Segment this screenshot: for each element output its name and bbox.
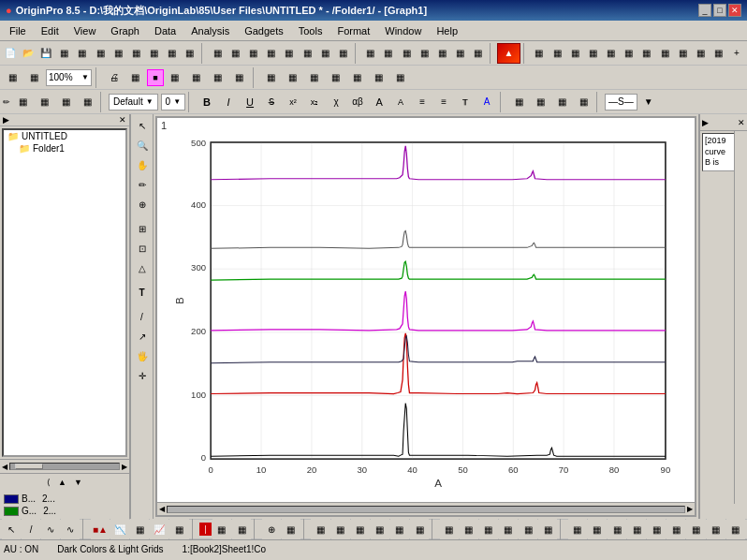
fmt-btn-1[interactable]: ▦: [12, 92, 33, 112]
bb-btn-6[interactable]: 📉: [110, 519, 129, 539]
scroll-left[interactable]: ◀: [2, 463, 7, 471]
scroll-thumb[interactable]: [9, 463, 120, 470]
bb-btn-32[interactable]: ▦: [666, 519, 685, 539]
layer-item-1[interactable]: B... 2...: [2, 493, 127, 505]
bb-btn-19[interactable]: ▦: [390, 519, 409, 539]
bb-btn-13[interactable]: ⊕: [262, 519, 281, 539]
bb-btn-26[interactable]: ▦: [538, 519, 557, 539]
new-button[interactable]: 📄: [2, 43, 19, 64]
tb-btn-36[interactable]: ▦: [692, 43, 709, 64]
tb2-btn-12[interactable]: ▦: [326, 67, 346, 88]
save-button[interactable]: 💾: [37, 43, 54, 64]
text-tool[interactable]: T: [133, 283, 152, 302]
nav-first[interactable]: ⟨: [45, 478, 52, 487]
bb-btn-25[interactable]: ▦: [519, 519, 537, 539]
tb-btn-16[interactable]: ▦: [281, 43, 298, 64]
bb-btn-16[interactable]: ▦: [331, 519, 350, 539]
nav-prev[interactable]: ▲: [56, 478, 68, 487]
bb-btn-7[interactable]: ▦: [130, 519, 149, 539]
close-button[interactable]: ✕: [728, 4, 741, 17]
tb2-btn-10[interactable]: ▦: [283, 67, 303, 88]
tb2-btn-8[interactable]: ▦: [229, 67, 250, 88]
tb-btn-14[interactable]: ▦: [244, 43, 261, 64]
zoom-tool[interactable]: 🔍: [133, 136, 152, 155]
bb-btn-18[interactable]: ▦: [371, 519, 389, 539]
tb-btn-4[interactable]: ▦: [56, 43, 73, 64]
layer-item-2[interactable]: G... 2...: [2, 505, 127, 517]
scroll-right[interactable]: ▶: [122, 463, 127, 471]
fmt-btn-extra-5[interactable]: ▼: [638, 92, 659, 112]
line-spacing-button[interactable]: ≡: [433, 92, 454, 112]
scale-tool[interactable]: ⊕: [133, 195, 152, 214]
tb2-btn-2[interactable]: ▦: [23, 67, 44, 88]
tb-btn-10[interactable]: ▦: [164, 43, 181, 64]
tb-btn-25[interactable]: ▦: [452, 43, 469, 64]
fmt-btn-extra-4[interactable]: ▦: [573, 92, 593, 112]
greek-button[interactable]: αβ: [347, 92, 368, 112]
decrease-font-button[interactable]: A: [390, 92, 411, 112]
align-left-button[interactable]: ≡: [412, 92, 432, 112]
tb-btn-26[interactable]: ▦: [470, 43, 487, 64]
fmt-btn-extra-1[interactable]: ▦: [508, 92, 529, 112]
tb2-btn-1[interactable]: ▦: [2, 67, 22, 88]
tb-btn-21[interactable]: ▦: [380, 43, 397, 64]
tb-btn-29[interactable]: ▦: [566, 43, 583, 64]
tb-btn-6[interactable]: ▦: [92, 43, 109, 64]
bb-btn-27[interactable]: ▦: [568, 519, 587, 539]
tb-btn-38[interactable]: +: [728, 43, 745, 64]
bb-btn-9[interactable]: ▦: [169, 519, 188, 539]
bb-btn-15[interactable]: ▦: [311, 519, 330, 539]
tb-btn-22[interactable]: ▦: [398, 43, 415, 64]
tb-btn-37[interactable]: ▦: [710, 43, 727, 64]
bb-btn-22[interactable]: ▦: [460, 519, 478, 539]
tb-btn-11[interactable]: ▦: [182, 43, 198, 64]
minimize-button[interactable]: _: [698, 4, 711, 17]
bb-btn-31[interactable]: ▦: [647, 519, 666, 539]
menu-help[interactable]: Help: [429, 22, 465, 40]
increase-font-button[interactable]: A: [369, 92, 389, 112]
fmt-btn-3[interactable]: ▦: [55, 92, 76, 112]
tb-btn-13[interactable]: ▦: [227, 43, 243, 64]
open-button[interactable]: 📂: [20, 43, 37, 64]
fmt-special-1[interactable]: ⫪: [455, 92, 476, 112]
bb-btn-21[interactable]: ▦: [440, 519, 459, 539]
zoom-value[interactable]: [49, 72, 81, 82]
bold-button[interactable]: B: [197, 92, 217, 112]
menu-edit[interactable]: Edit: [34, 22, 66, 40]
underline-button[interactable]: U: [240, 92, 260, 112]
tb2-btn-15[interactable]: ▦: [390, 67, 411, 88]
bb-btn-1[interactable]: ↖: [2, 519, 21, 539]
italic-button[interactable]: I: [218, 92, 239, 112]
menu-window[interactable]: Window: [377, 22, 429, 40]
font-dropdown-icon[interactable]: ▼: [146, 97, 154, 106]
tb-btn-34[interactable]: ▦: [656, 43, 673, 64]
tb2-btn-4[interactable]: ■: [147, 69, 164, 86]
tb-btn-35[interactable]: ▦: [674, 43, 691, 64]
bb-btn-34[interactable]: ▦: [707, 519, 725, 539]
tb-btn-32[interactable]: ▦: [621, 43, 637, 64]
draw-tool[interactable]: ✏: [133, 175, 152, 194]
size-dropdown-icon[interactable]: ▼: [173, 97, 181, 106]
hand-tool[interactable]: 🖐: [133, 346, 152, 365]
tb2-btn-9[interactable]: ▦: [261, 67, 282, 88]
right-vscroll[interactable]: [734, 131, 747, 504]
tb2-btn-13[interactable]: ▦: [347, 67, 368, 88]
bb-btn-3[interactable]: ∿: [41, 519, 60, 539]
bb-btn-29[interactable]: ▦: [608, 519, 626, 539]
bb-btn-24[interactable]: ▦: [499, 519, 518, 539]
maximize-button[interactable]: □: [713, 4, 726, 17]
tb-btn-17[interactable]: ▦: [299, 43, 315, 64]
tb-btn-18[interactable]: ▦: [316, 43, 333, 64]
graph-scroll-right[interactable]: ▶: [685, 505, 695, 513]
tb-btn-5[interactable]: ▦: [74, 43, 91, 64]
tb-btn-24[interactable]: ▦: [433, 43, 450, 64]
bb-btn-12[interactable]: ▦: [232, 519, 251, 539]
move-tool[interactable]: ✛: [133, 366, 152, 385]
subscript-button[interactable]: x₂: [304, 92, 325, 112]
tb2-btn-6[interactable]: ▦: [186, 67, 207, 88]
zoom-input[interactable]: ▼: [46, 69, 92, 86]
window-controls[interactable]: _ □ ✕: [698, 4, 741, 17]
strikethrough-button[interactable]: S̶: [261, 92, 282, 112]
tb-btn-19[interactable]: ▦: [334, 43, 351, 64]
bb-btn-5[interactable]: ■▲: [91, 519, 110, 539]
